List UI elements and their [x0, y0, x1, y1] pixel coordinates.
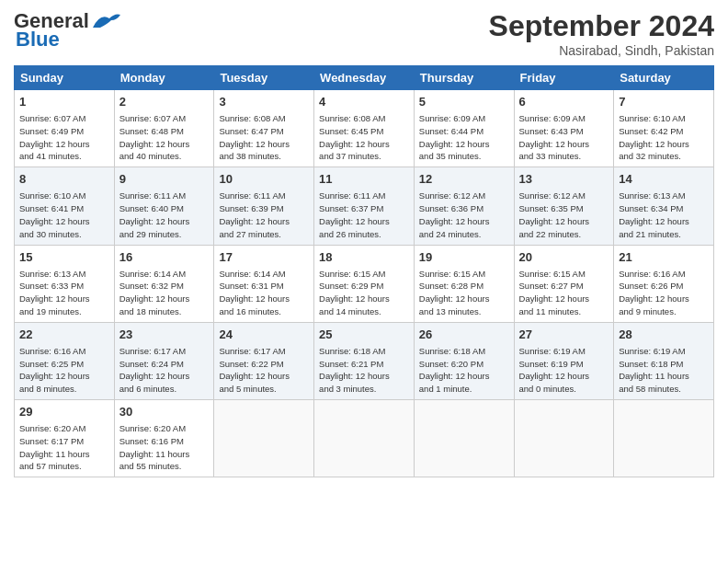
day-number: 3 — [219, 94, 309, 110]
day-number: 5 — [419, 94, 509, 110]
day-number: 2 — [119, 94, 210, 110]
logo-bird-icon — [91, 11, 122, 31]
day-info: Sunrise: 6:14 AM Sunset: 6:32 PM Dayligh… — [119, 268, 210, 318]
calendar-week-row: 15Sunrise: 6:13 AM Sunset: 6:33 PM Dayli… — [15, 245, 714, 322]
day-number: 29 — [19, 404, 109, 420]
table-row: 27Sunrise: 6:19 AM Sunset: 6:19 PM Dayli… — [514, 322, 614, 399]
day-number: 10 — [219, 171, 309, 188]
calendar-week-row: 29Sunrise: 6:20 AM Sunset: 6:17 PM Dayli… — [15, 400, 714, 477]
table-row: 9Sunrise: 6:11 AM Sunset: 6:40 PM Daylig… — [114, 167, 214, 245]
day-number: 16 — [119, 249, 210, 266]
table-row: 10Sunrise: 6:11 AM Sunset: 6:39 PM Dayli… — [214, 167, 314, 245]
header-monday: Monday — [114, 66, 214, 90]
day-info: Sunrise: 6:09 AM Sunset: 6:43 PM Dayligh… — [519, 112, 609, 163]
day-info: Sunrise: 6:16 AM Sunset: 6:25 PM Dayligh… — [19, 345, 109, 396]
day-info: Sunrise: 6:12 AM Sunset: 6:35 PM Dayligh… — [519, 190, 609, 240]
day-number: 7 — [619, 94, 709, 110]
day-info: Sunrise: 6:18 AM Sunset: 6:20 PM Dayligh… — [419, 345, 509, 396]
table-row: 18Sunrise: 6:15 AM Sunset: 6:29 PM Dayli… — [314, 245, 415, 322]
day-number: 9 — [119, 171, 210, 188]
header-friday: Friday — [514, 66, 614, 90]
table-row: 23Sunrise: 6:17 AM Sunset: 6:24 PM Dayli… — [114, 322, 214, 399]
day-info: Sunrise: 6:10 AM Sunset: 6:42 PM Dayligh… — [619, 112, 709, 163]
location: Nasirabad, Sindh, Pakistan — [489, 43, 714, 58]
day-number: 28 — [619, 327, 709, 343]
table-row: 26Sunrise: 6:18 AM Sunset: 6:20 PM Dayli… — [414, 322, 514, 399]
day-info: Sunrise: 6:13 AM Sunset: 6:34 PM Dayligh… — [619, 190, 709, 240]
calendar-header-row: Sunday Monday Tuesday Wednesday Thursday… — [15, 66, 714, 90]
header-saturday: Saturday — [614, 66, 714, 90]
day-number: 14 — [619, 171, 709, 188]
table-row: 12Sunrise: 6:12 AM Sunset: 6:36 PM Dayli… — [414, 167, 514, 245]
day-info: Sunrise: 6:12 AM Sunset: 6:36 PM Dayligh… — [419, 190, 509, 240]
table-row: 28Sunrise: 6:19 AM Sunset: 6:18 PM Dayli… — [614, 322, 714, 399]
calendar-table: Sunday Monday Tuesday Wednesday Thursday… — [14, 65, 714, 477]
table-row: 13Sunrise: 6:12 AM Sunset: 6:35 PM Dayli… — [514, 167, 614, 245]
table-row: 4Sunrise: 6:08 AM Sunset: 6:45 PM Daylig… — [314, 90, 415, 167]
table-row: 19Sunrise: 6:15 AM Sunset: 6:28 PM Dayli… — [414, 245, 514, 322]
day-info: Sunrise: 6:08 AM Sunset: 6:45 PM Dayligh… — [319, 112, 409, 163]
logo: General Blue — [14, 9, 122, 52]
day-info: Sunrise: 6:20 AM Sunset: 6:16 PM Dayligh… — [119, 422, 210, 473]
day-number: 17 — [219, 249, 309, 266]
day-info: Sunrise: 6:08 AM Sunset: 6:47 PM Dayligh… — [219, 112, 309, 163]
day-info: Sunrise: 6:18 AM Sunset: 6:21 PM Dayligh… — [319, 345, 409, 396]
day-number: 22 — [19, 327, 109, 343]
table-row: 1Sunrise: 6:07 AM Sunset: 6:49 PM Daylig… — [15, 90, 115, 167]
table-row: 24Sunrise: 6:17 AM Sunset: 6:22 PM Dayli… — [214, 322, 314, 399]
table-row: 8Sunrise: 6:10 AM Sunset: 6:41 PM Daylig… — [15, 167, 115, 245]
month-title: September 2024 — [489, 9, 714, 43]
day-info: Sunrise: 6:11 AM Sunset: 6:39 PM Dayligh… — [219, 190, 309, 240]
day-info: Sunrise: 6:09 AM Sunset: 6:44 PM Dayligh… — [419, 112, 509, 163]
day-number: 18 — [319, 249, 409, 266]
logo-blue: Blue — [16, 28, 60, 52]
day-number: 1 — [19, 94, 109, 110]
day-number: 21 — [619, 249, 709, 266]
day-info: Sunrise: 6:10 AM Sunset: 6:41 PM Dayligh… — [19, 190, 109, 240]
header-tuesday: Tuesday — [214, 66, 314, 90]
day-number: 25 — [319, 327, 409, 343]
table-row: 7Sunrise: 6:10 AM Sunset: 6:42 PM Daylig… — [614, 90, 714, 167]
day-number: 13 — [519, 171, 609, 188]
table-row: 6Sunrise: 6:09 AM Sunset: 6:43 PM Daylig… — [514, 90, 614, 167]
calendar-week-row: 8Sunrise: 6:10 AM Sunset: 6:41 PM Daylig… — [15, 167, 714, 245]
day-number: 8 — [19, 171, 109, 188]
day-number: 6 — [519, 94, 609, 110]
table-row: 5Sunrise: 6:09 AM Sunset: 6:44 PM Daylig… — [414, 90, 514, 167]
table-row — [614, 400, 714, 477]
table-row: 11Sunrise: 6:11 AM Sunset: 6:37 PM Dayli… — [314, 167, 415, 245]
day-info: Sunrise: 6:19 AM Sunset: 6:18 PM Dayligh… — [619, 345, 709, 396]
day-number: 20 — [519, 249, 609, 266]
day-info: Sunrise: 6:15 AM Sunset: 6:27 PM Dayligh… — [519, 268, 609, 318]
calendar-week-row: 22Sunrise: 6:16 AM Sunset: 6:25 PM Dayli… — [15, 322, 714, 399]
day-info: Sunrise: 6:20 AM Sunset: 6:17 PM Dayligh… — [19, 422, 109, 473]
table-row — [414, 400, 514, 477]
table-row: 29Sunrise: 6:20 AM Sunset: 6:17 PM Dayli… — [15, 400, 115, 477]
page-container: General Blue September 2024 Nasirabad, S… — [0, 0, 728, 487]
day-number: 12 — [419, 171, 509, 188]
day-info: Sunrise: 6:17 AM Sunset: 6:22 PM Dayligh… — [219, 345, 309, 396]
day-info: Sunrise: 6:19 AM Sunset: 6:19 PM Dayligh… — [519, 345, 609, 396]
day-info: Sunrise: 6:15 AM Sunset: 6:28 PM Dayligh… — [419, 268, 509, 318]
table-row: 17Sunrise: 6:14 AM Sunset: 6:31 PM Dayli… — [214, 245, 314, 322]
table-row: 20Sunrise: 6:15 AM Sunset: 6:27 PM Dayli… — [514, 245, 614, 322]
table-row: 16Sunrise: 6:14 AM Sunset: 6:32 PM Dayli… — [114, 245, 214, 322]
table-row — [314, 400, 415, 477]
day-info: Sunrise: 6:16 AM Sunset: 6:26 PM Dayligh… — [619, 268, 709, 318]
table-row — [514, 400, 614, 477]
day-number: 11 — [319, 171, 409, 188]
day-info: Sunrise: 6:17 AM Sunset: 6:24 PM Dayligh… — [119, 345, 210, 396]
day-info: Sunrise: 6:07 AM Sunset: 6:48 PM Dayligh… — [119, 112, 210, 163]
day-number: 26 — [419, 327, 509, 343]
day-info: Sunrise: 6:13 AM Sunset: 6:33 PM Dayligh… — [19, 268, 109, 318]
day-number: 19 — [419, 249, 509, 266]
header-thursday: Thursday — [414, 66, 514, 90]
day-info: Sunrise: 6:11 AM Sunset: 6:37 PM Dayligh… — [319, 190, 409, 240]
header: General Blue September 2024 Nasirabad, S… — [14, 9, 714, 58]
table-row: 15Sunrise: 6:13 AM Sunset: 6:33 PM Dayli… — [15, 245, 115, 322]
day-info: Sunrise: 6:14 AM Sunset: 6:31 PM Dayligh… — [219, 268, 309, 318]
calendar-week-row: 1Sunrise: 6:07 AM Sunset: 6:49 PM Daylig… — [15, 90, 714, 167]
table-row: 25Sunrise: 6:18 AM Sunset: 6:21 PM Dayli… — [314, 322, 415, 399]
day-number: 23 — [119, 327, 210, 343]
table-row: 2Sunrise: 6:07 AM Sunset: 6:48 PM Daylig… — [114, 90, 214, 167]
